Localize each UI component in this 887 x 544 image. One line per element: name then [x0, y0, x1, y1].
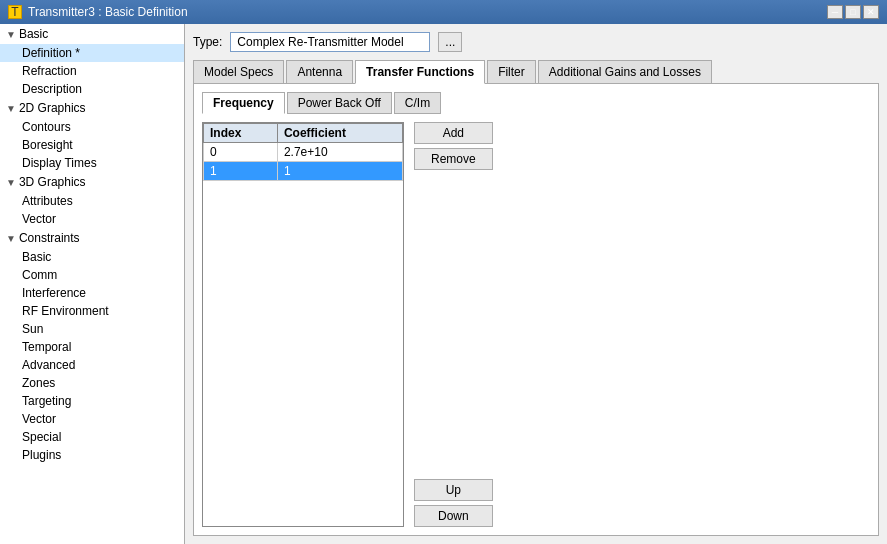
window-controls: ─ □ ✕: [827, 5, 879, 19]
sidebar-group-1[interactable]: ▼ 2D Graphics: [0, 98, 184, 118]
sidebar-item-2-0[interactable]: Attributes: [0, 192, 184, 210]
outer-tab-additional-gains[interactable]: Additional Gains and Losses: [538, 60, 712, 83]
up-button[interactable]: Up: [414, 479, 493, 501]
table-cell-index: 1: [204, 162, 278, 181]
sidebar-item-2-1[interactable]: Vector: [0, 210, 184, 228]
close-button[interactable]: ✕: [863, 5, 879, 19]
sidebar-group-label-2: 3D Graphics: [19, 175, 86, 189]
sidebar-item-3-11[interactable]: Plugins: [0, 446, 184, 464]
sidebar: ▼ BasicDefinition *RefractionDescription…: [0, 24, 185, 544]
remove-button[interactable]: Remove: [414, 148, 493, 170]
sidebar-item-1-1[interactable]: Boresight: [0, 136, 184, 154]
table-cell-index: 0: [204, 143, 278, 162]
coefficient-table-container: IndexCoefficient02.7e+1011: [202, 122, 404, 527]
sidebar-group-label-0: Basic: [19, 27, 48, 41]
sidebar-item-3-5[interactable]: Temporal: [0, 338, 184, 356]
maximize-button[interactable]: □: [845, 5, 861, 19]
type-row: Type: Complex Re-Transmitter Model ...: [193, 32, 879, 52]
sidebar-group-label-3: Constraints: [19, 231, 80, 245]
outer-tab-filter[interactable]: Filter: [487, 60, 536, 83]
sidebar-group-2[interactable]: ▼ 3D Graphics: [0, 172, 184, 192]
app-icon: T: [8, 5, 22, 19]
sidebar-item-3-6[interactable]: Advanced: [0, 356, 184, 374]
inner-tab-c-im[interactable]: C/Im: [394, 92, 441, 114]
table-row[interactable]: 11: [204, 162, 403, 181]
action-buttons: Add Remove Up Down: [414, 122, 493, 527]
outer-tab-antenna[interactable]: Antenna: [286, 60, 353, 83]
sidebar-item-3-7[interactable]: Zones: [0, 374, 184, 392]
col-header-index: Index: [204, 124, 278, 143]
type-label: Type:: [193, 35, 222, 49]
table-row[interactable]: 02.7e+10: [204, 143, 403, 162]
sidebar-group-label-1: 2D Graphics: [19, 101, 86, 115]
expand-icon-1: ▼: [6, 103, 16, 114]
type-value: Complex Re-Transmitter Model: [230, 32, 430, 52]
sidebar-item-3-3[interactable]: RF Environment: [0, 302, 184, 320]
sidebar-item-3-4[interactable]: Sun: [0, 320, 184, 338]
table-cell-coefficient: 2.7e+10: [277, 143, 402, 162]
table-cell-coefficient: 1: [277, 162, 402, 181]
sidebar-item-3-2[interactable]: Interference: [0, 284, 184, 302]
titlebar: T Transmitter3 : Basic Definition ─ □ ✕: [0, 0, 887, 24]
down-button[interactable]: Down: [414, 505, 493, 527]
sidebar-group-0[interactable]: ▼ Basic: [0, 24, 184, 44]
sidebar-item-3-0[interactable]: Basic: [0, 248, 184, 266]
inner-panel: FrequencyPower Back OffC/Im IndexCoeffic…: [193, 84, 879, 536]
type-browse-button[interactable]: ...: [438, 32, 462, 52]
expand-icon-2: ▼: [6, 177, 16, 188]
sidebar-item-0-1[interactable]: Refraction: [0, 62, 184, 80]
sidebar-item-1-2[interactable]: Display Times: [0, 154, 184, 172]
minimize-button[interactable]: ─: [827, 5, 843, 19]
outer-tabs: Model SpecsAntennaTransfer FunctionsFilt…: [193, 60, 879, 84]
content-area: Type: Complex Re-Transmitter Model ... M…: [185, 24, 887, 544]
inner-tab-frequency[interactable]: Frequency: [202, 92, 285, 114]
sidebar-group-3[interactable]: ▼ Constraints: [0, 228, 184, 248]
sidebar-item-3-1[interactable]: Comm: [0, 266, 184, 284]
expand-icon-0: ▼: [6, 29, 16, 40]
sidebar-item-1-0[interactable]: Contours: [0, 118, 184, 136]
window-title: Transmitter3 : Basic Definition: [28, 5, 188, 19]
main-container: ▼ BasicDefinition *RefractionDescription…: [0, 24, 887, 544]
sidebar-item-0-0[interactable]: Definition *: [0, 44, 184, 62]
col-header-coefficient: Coefficient: [277, 124, 402, 143]
add-button[interactable]: Add: [414, 122, 493, 144]
sidebar-item-3-9[interactable]: Vector: [0, 410, 184, 428]
expand-icon-3: ▼: [6, 233, 16, 244]
sidebar-item-0-2[interactable]: Description: [0, 80, 184, 98]
table-buttons-row: IndexCoefficient02.7e+1011 Add Remove Up…: [202, 122, 870, 527]
sidebar-item-3-10[interactable]: Special: [0, 428, 184, 446]
outer-tab-model-specs[interactable]: Model Specs: [193, 60, 284, 83]
coefficient-table: IndexCoefficient02.7e+1011: [203, 123, 403, 181]
sidebar-item-3-8[interactable]: Targeting: [0, 392, 184, 410]
inner-tab-power-back-off[interactable]: Power Back Off: [287, 92, 392, 114]
inner-tabs: FrequencyPower Back OffC/Im: [202, 92, 870, 114]
outer-tab-transfer-functions[interactable]: Transfer Functions: [355, 60, 485, 84]
